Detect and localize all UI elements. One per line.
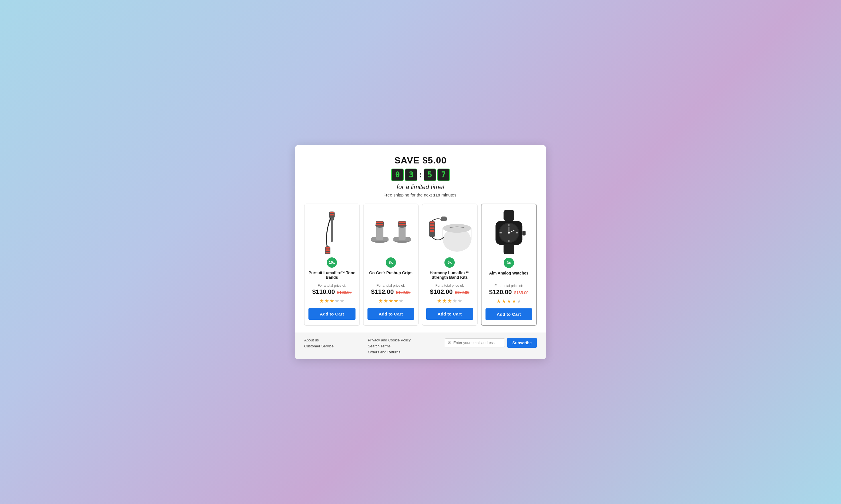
star-4-5: ★ <box>517 298 521 304</box>
svg-rect-32 <box>441 216 447 221</box>
add-to-cart-button-1[interactable]: Add to Cart <box>308 308 356 320</box>
limited-time-text: for a limited time! <box>304 183 537 191</box>
footer-links-col-2: Privacy and Cookie Policy Search Terms O… <box>368 338 411 354</box>
price-original-3: $132.00 <box>455 290 469 295</box>
price-row-3: $102.00 $132.00 <box>430 288 469 295</box>
countdown-digit-4: 7 <box>437 168 450 181</box>
svg-rect-28 <box>430 221 434 223</box>
svg-rect-4 <box>326 249 330 251</box>
svg-rect-21 <box>398 221 406 223</box>
free-shipping-minutes: 119 <box>433 193 440 197</box>
svg-rect-29 <box>430 224 434 226</box>
svg-rect-38 <box>508 240 510 242</box>
svg-rect-37 <box>508 224 510 227</box>
quantity-badge-2: 8x <box>386 257 396 268</box>
price-original-1: $160.00 <box>337 290 352 295</box>
product-name-2: Go-Get'r Pushup Grips <box>369 270 413 281</box>
free-shipping-prefix: Free shipping for the next <box>383 193 433 197</box>
product-card-1: 10x Pursuit Lumaflex™ Tone Bands For a t… <box>304 203 360 326</box>
price-row-4: $120.00 $135.00 <box>489 288 529 296</box>
product-card-4: 3x Aim Analog Watches For a total price … <box>481 203 537 326</box>
svg-rect-15 <box>376 224 383 225</box>
product-card-3: 6x Harmony Lumaflex™ Strength Band Kits … <box>422 203 478 326</box>
quantity-badge-3: 6x <box>444 257 455 268</box>
svg-point-24 <box>443 224 471 233</box>
price-row-1: $110.00 $160.00 <box>312 288 351 295</box>
product-name-4: Aim Analog Watches <box>489 271 529 281</box>
star-1-3: ★ <box>329 298 334 304</box>
star-4-2: ★ <box>501 298 506 304</box>
countdown-timer: 0 3 : 5 7 <box>304 168 537 181</box>
add-to-cart-button-3[interactable]: Add to Cart <box>426 308 473 320</box>
svg-rect-7 <box>330 212 334 213</box>
star-1-4: ★ <box>335 298 339 304</box>
add-to-cart-button-4[interactable]: Add to Cart <box>485 308 533 320</box>
quantity-badge-1: 10x <box>327 257 337 268</box>
footer-link-search-terms[interactable]: Search Terms <box>368 344 411 348</box>
star-4-1: ★ <box>496 298 501 304</box>
svg-rect-1 <box>331 214 333 242</box>
star-2-3: ★ <box>389 298 393 304</box>
footer-link-about[interactable]: About us <box>304 338 333 342</box>
svg-rect-30 <box>430 227 434 229</box>
price-current-3: $102.00 <box>430 288 453 295</box>
price-original-2: $152.00 <box>396 290 411 295</box>
free-shipping-text: Free shipping for the next 119 minutes! <box>304 193 537 197</box>
countdown-digit-2: 3 <box>405 168 417 181</box>
footer-subscribe-section: ✉ Subscribe <box>445 338 537 348</box>
email-icon: ✉ <box>448 340 451 345</box>
footer-link-privacy[interactable]: Privacy and Cookie Policy <box>368 338 411 342</box>
countdown-separator: : <box>418 170 422 179</box>
svg-rect-8 <box>330 214 334 215</box>
product-image-3 <box>426 209 473 254</box>
price-row-2: $112.00 $152.00 <box>371 288 411 295</box>
modal-container: SAVE $5.00 0 3 : 5 7 for a limited time!… <box>295 145 546 359</box>
free-shipping-suffix: minutes! <box>440 193 458 197</box>
star-3-3: ★ <box>447 298 452 304</box>
quantity-badge-4: 3x <box>504 258 514 268</box>
svg-rect-40 <box>516 232 518 233</box>
svg-rect-44 <box>503 244 514 254</box>
header-section: SAVE $5.00 0 3 : 5 7 for a limited time!… <box>304 155 537 197</box>
price-current-4: $120.00 <box>489 288 512 296</box>
product-name-3: Harmony Lumaflex™ Strength Band Kits <box>426 270 473 281</box>
star-1-5: ★ <box>340 298 344 304</box>
save-title: SAVE $5.00 <box>304 155 537 166</box>
email-input[interactable] <box>453 341 502 345</box>
svg-rect-33 <box>503 210 514 221</box>
product-card-2: 8x Go-Get'r Pushup Grips For a total pri… <box>363 203 419 326</box>
product-name-1: Pursuit Lumaflex™ Tone Bands <box>308 270 356 281</box>
footer-link-orders[interactable]: Orders and Returns <box>368 350 411 354</box>
subscribe-button[interactable]: Subscribe <box>507 338 537 348</box>
star-3-2: ★ <box>442 298 447 304</box>
star-2-5: ★ <box>399 298 404 304</box>
product-image-2 <box>367 209 414 254</box>
star-4-4: ★ <box>512 298 516 304</box>
countdown-digit-1: 0 <box>391 168 404 181</box>
star-2-1: ★ <box>378 298 383 304</box>
countdown-digit-3: 5 <box>424 168 436 181</box>
strength-bands-image <box>426 209 473 254</box>
price-current-1: $110.00 <box>312 288 335 295</box>
price-label-3: For a total price of: <box>435 284 464 288</box>
star-3-4: ★ <box>452 298 457 304</box>
product-image-1 <box>308 209 356 254</box>
add-to-cart-button-2[interactable]: Add to Cart <box>367 308 414 320</box>
watch-image <box>485 209 533 254</box>
svg-rect-22 <box>398 224 406 225</box>
price-label-2: For a total price of: <box>377 284 405 288</box>
footer-links-col-1: About us Customer Service <box>304 338 333 348</box>
svg-rect-3 <box>326 247 330 248</box>
star-3-1: ★ <box>437 298 442 304</box>
products-row: 10x Pursuit Lumaflex™ Tone Bands For a t… <box>304 203 537 326</box>
star-3-5: ★ <box>458 298 462 304</box>
footer-link-customer-service[interactable]: Customer Service <box>304 344 333 348</box>
svg-rect-45 <box>522 231 526 235</box>
star-1-2: ★ <box>324 298 329 304</box>
stars-1: ★ ★ ★ ★ ★ <box>319 298 344 304</box>
stars-4: ★ ★ ★ ★ ★ <box>496 298 521 304</box>
svg-rect-5 <box>326 252 330 253</box>
svg-rect-14 <box>376 221 383 223</box>
star-4-3: ★ <box>507 298 511 304</box>
product-image-4 <box>485 209 533 254</box>
